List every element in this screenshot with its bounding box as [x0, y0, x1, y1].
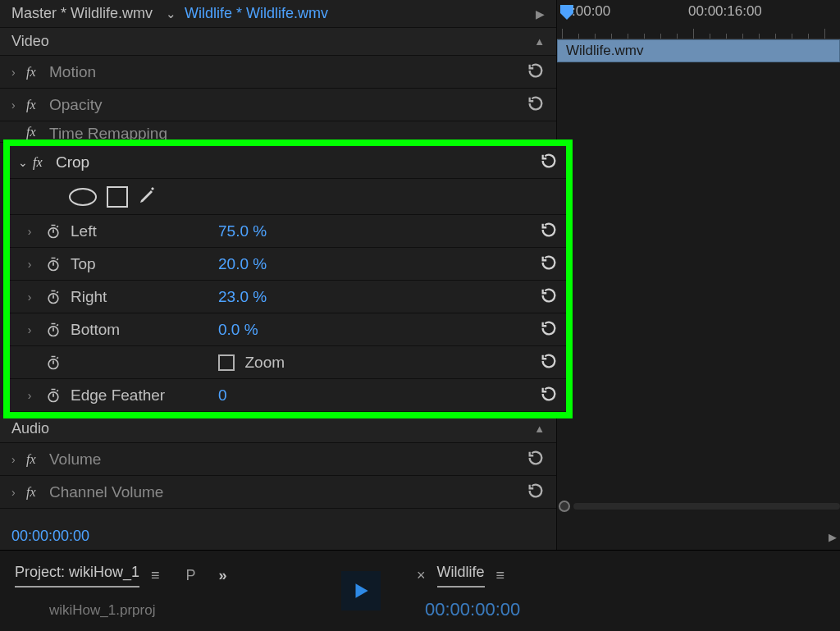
- stopwatch-icon[interactable]: [41, 256, 66, 272]
- panel-menu-icon[interactable]: ≡: [496, 567, 505, 584]
- expand-icon[interactable]: ›: [18, 323, 41, 336]
- stopwatch-icon[interactable]: [41, 322, 66, 338]
- effect-opacity[interactable]: › fx Opacity: [0, 89, 556, 121]
- timeline-clip[interactable]: Wildlife.wmv: [557, 39, 840, 62]
- clip-label: Wildlife.wmv: [566, 43, 643, 59]
- scrub-bar[interactable]: [557, 499, 840, 514]
- reset-icon[interactable]: [540, 352, 558, 373]
- param-label: Top: [71, 255, 218, 273]
- zoom-checkbox[interactable]: [218, 354, 235, 371]
- param-value[interactable]: 23.0 %: [218, 288, 267, 306]
- reset-icon[interactable]: [527, 482, 545, 503]
- audio-section-label: Audio: [11, 420, 49, 437]
- master-clip-label[interactable]: Master * Wildlife.wmv: [11, 5, 153, 22]
- reset-icon[interactable]: [540, 152, 558, 173]
- effect-label: Crop: [56, 153, 89, 171]
- reset-icon[interactable]: [540, 385, 558, 406]
- current-timecode[interactable]: 00:00:00:00: [0, 523, 101, 550]
- expand-open-icon[interactable]: ⌄: [18, 156, 33, 169]
- crop-highlight: ⌄ fx Crop ›: [3, 139, 573, 418]
- fx-icon: fx: [26, 452, 49, 467]
- reset-icon[interactable]: [540, 319, 558, 341]
- effect-crop[interactable]: ⌄ fx Crop: [10, 146, 566, 179]
- ruler-time-1: 00:00:16:00: [688, 3, 762, 20]
- reset-icon[interactable]: [527, 62, 545, 83]
- param-label: Right: [71, 288, 218, 306]
- expand-icon[interactable]: ›: [18, 290, 41, 304]
- stopwatch-icon[interactable]: [41, 354, 66, 371]
- sequence-timecode[interactable]: 00:00:00:00: [425, 599, 825, 620]
- clip-track: Wildlife.wmv: [557, 39, 840, 64]
- project-panel-title[interactable]: Project: wikiHow_1: [15, 564, 139, 588]
- effect-label: Opacity: [49, 96, 102, 114]
- expand-icon[interactable]: ›: [11, 98, 26, 112]
- reset-icon[interactable]: [540, 254, 558, 275]
- effect-channel-volume[interactable]: › fx Channel Volume: [0, 476, 556, 509]
- expand-icon[interactable]: ›: [18, 225, 41, 238]
- reset-icon[interactable]: [540, 286, 558, 308]
- param-left: › Left 75.0 %: [10, 215, 566, 248]
- scrub-track[interactable]: [573, 503, 840, 510]
- scrub-handle-icon[interactable]: [559, 501, 570, 512]
- fx-icon: fx: [26, 125, 49, 139]
- zoom-checkbox-wrap: Zoom: [218, 354, 285, 372]
- param-value[interactable]: 75.0 %: [218, 222, 267, 240]
- fx-icon: fx: [26, 98, 49, 112]
- play-arrow-icon[interactable]: ▶: [536, 7, 545, 21]
- expand-icon[interactable]: ›: [18, 389, 41, 402]
- effect-label: Motion: [49, 63, 96, 81]
- zoom-label: Zoom: [244, 354, 285, 371]
- collapse-caret-icon[interactable]: ▲: [534, 35, 545, 48]
- clip-header: Master * Wildlife.wmv ⌄ Wildlife * Wildl…: [0, 0, 556, 28]
- reset-icon[interactable]: [527, 449, 545, 470]
- effect-label: Volume: [49, 450, 101, 469]
- param-top: › Top 20.0 %: [10, 248, 566, 281]
- fx-icon: fx: [26, 485, 49, 500]
- ellipse-mask-icon[interactable]: [69, 188, 97, 206]
- param-label: Left: [71, 222, 218, 240]
- reset-icon[interactable]: [540, 221, 558, 242]
- play-button[interactable]: [341, 571, 381, 610]
- collapse-caret-icon[interactable]: ▲: [534, 423, 545, 435]
- active-clip-label[interactable]: Wildlife * Wildlife.wmv: [185, 5, 328, 22]
- stopwatch-icon[interactable]: [41, 387, 66, 404]
- effect-volume[interactable]: › fx Volume: [0, 443, 556, 476]
- audio-section-header[interactable]: Audio ▲: [0, 415, 556, 443]
- effect-motion[interactable]: › fx Motion: [0, 56, 556, 89]
- param-edge-feather: › Edge Feather 0: [10, 379, 566, 412]
- p-marker[interactable]: P: [186, 567, 196, 584]
- close-icon[interactable]: ×: [417, 567, 426, 584]
- param-zoom: Zoom: [10, 346, 566, 379]
- expand-icon[interactable]: ›: [11, 486, 26, 499]
- expand-icon[interactable]: ›: [18, 258, 41, 271]
- stopwatch-icon[interactable]: [41, 223, 66, 240]
- fx-icon: fx: [26, 65, 49, 80]
- param-value[interactable]: 20.0 %: [218, 255, 267, 273]
- effect-controls-panel: Master * Wildlife.wmv ⌄ Wildlife * Wildl…: [0, 0, 556, 550]
- param-value[interactable]: 0.0 %: [218, 321, 258, 339]
- param-bottom: › Bottom 0.0 %: [10, 313, 566, 346]
- param-label: Edge Feather: [71, 386, 218, 405]
- param-label: Bottom: [71, 321, 218, 339]
- time-ruler[interactable]: :00:00 00:00:16:00: [557, 0, 840, 39]
- sequence-title[interactable]: Wildlife: [437, 564, 485, 588]
- expand-icon[interactable]: ›: [11, 453, 26, 466]
- project-filename: wikiHow_1.prproj: [49, 602, 305, 619]
- video-section-header[interactable]: Video ▲: [0, 28, 556, 56]
- bottom-panels: Project: wikiHow_1 ≡ P » wikiHow_1.prpro…: [0, 550, 840, 631]
- reset-icon[interactable]: [527, 94, 545, 116]
- overflow-icon[interactable]: »: [219, 567, 227, 584]
- effect-label: Channel Volume: [49, 483, 163, 501]
- pen-mask-icon[interactable]: [138, 185, 158, 208]
- stopwatch-icon[interactable]: [41, 289, 66, 305]
- play-container: [320, 551, 402, 631]
- sequence-panel: × Wildlife ≡ 00:00:00:00: [402, 551, 840, 631]
- param-right: › Right 23.0 %: [10, 281, 566, 313]
- panel-menu-icon[interactable]: ≡: [151, 567, 160, 584]
- chevron-down-icon[interactable]: ⌄: [166, 7, 176, 21]
- param-value[interactable]: 0: [218, 386, 227, 405]
- expand-icon[interactable]: ›: [11, 66, 26, 79]
- ruler-time-0: :00:00: [572, 3, 610, 20]
- scroll-right-icon[interactable]: ▶: [829, 531, 837, 543]
- rect-mask-icon[interactable]: [107, 186, 128, 208]
